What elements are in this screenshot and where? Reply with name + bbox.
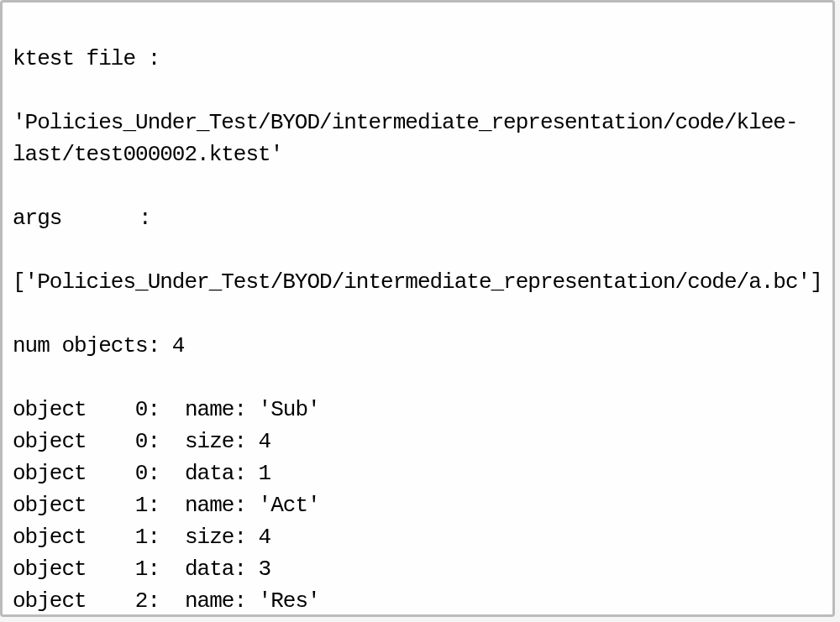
object-prefix: object	[13, 394, 109, 426]
objects-list: object0:name: 'Sub'object0:size: 4object…	[13, 394, 822, 617]
object-field: name: 'Res'	[185, 585, 320, 617]
args-colon: :	[139, 202, 151, 234]
object-index: 1:	[109, 489, 185, 521]
object-field: name: 'Act'	[185, 489, 320, 521]
object-prefix: object	[13, 553, 109, 585]
object-field: data: 3	[185, 553, 270, 585]
object-field: data: 1	[185, 457, 270, 489]
object-prefix: object	[13, 585, 109, 617]
object-prefix: object	[13, 521, 109, 553]
object-field: size: 4	[185, 426, 270, 457]
object-index: 0:	[109, 457, 185, 489]
ktest-file-path: 'Policies_Under_Test/BYOD/intermediate_r…	[13, 107, 822, 170]
object-prefix: object	[13, 426, 109, 457]
num-objects-line: num objects: 4	[13, 330, 822, 362]
object-index: 2:	[109, 585, 185, 617]
num-objects-value: 4	[172, 333, 185, 358]
args-label: args	[13, 202, 139, 234]
object-index: 0:	[109, 394, 185, 426]
num-objects-label: num objects:	[13, 333, 160, 358]
object-line: object0:name: 'Sub'	[13, 394, 822, 426]
object-prefix: object	[13, 457, 109, 489]
object-index: 1:	[109, 553, 185, 585]
object-line: object1:data: 3	[13, 553, 822, 585]
object-field: name: 'Sub'	[185, 394, 320, 426]
args-value: ['Policies_Under_Test/BYOD/intermediate_…	[13, 266, 822, 298]
object-index: 1:	[109, 521, 185, 553]
object-line: object1:size: 4	[13, 521, 822, 553]
object-prefix: object	[13, 489, 109, 521]
object-line: object2:name: 'Res'	[13, 585, 822, 617]
object-line: object1:name: 'Act'	[13, 489, 822, 521]
object-index: 0:	[109, 426, 185, 457]
object-line: object0:size: 4	[13, 426, 822, 457]
terminal-output: ktest file : 'Policies_Under_Test/BYOD/i…	[0, 0, 835, 617]
object-line: object0:data: 1	[13, 457, 822, 489]
ktest-file-label: ktest file :	[13, 43, 822, 75]
object-field: size: 4	[185, 521, 270, 553]
args-line: args:	[13, 202, 822, 234]
